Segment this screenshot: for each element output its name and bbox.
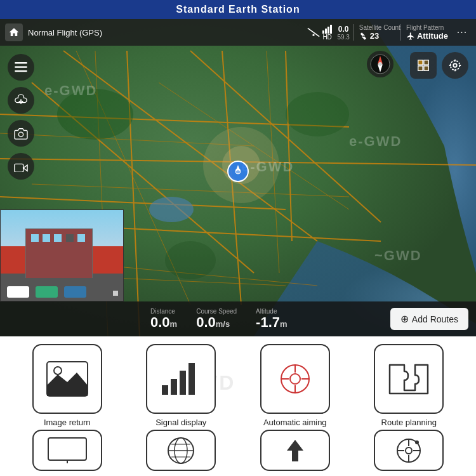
- image-return-icon-box: [32, 344, 102, 414]
- menu-button[interactable]: [8, 54, 34, 81]
- globe-svg: [165, 435, 197, 466]
- video-icon: [14, 161, 28, 172]
- compass-icon: [369, 53, 391, 75]
- map-controls: [410, 52, 468, 79]
- auto-aiming-label: Automatic aiming: [263, 418, 327, 427]
- video-button[interactable]: [8, 153, 34, 180]
- signal-indicators: HD: [307, 25, 332, 41]
- camera-indicator: [113, 291, 118, 296]
- svg-point-44: [54, 367, 62, 374]
- svg-rect-28: [15, 70, 27, 72]
- layer-button[interactable]: [410, 52, 437, 79]
- route-planning-icon-box: [374, 344, 444, 414]
- svg-rect-45: [162, 385, 168, 395]
- feature-screen[interactable]: [13, 430, 122, 471]
- route-planning-label: Route planning: [381, 418, 437, 427]
- svg-rect-35: [418, 60, 423, 65]
- satellite-count: Satellite Count 23: [354, 24, 400, 41]
- feature-auto-aiming[interactable]: Automatic aiming: [241, 344, 350, 427]
- svg-point-39: [453, 63, 457, 67]
- altitude-metric: Altitude -1.7m: [256, 308, 287, 330]
- hd-label: HD: [322, 34, 332, 41]
- svg-rect-30: [15, 164, 23, 172]
- more-icon: ···: [457, 27, 467, 38]
- features-row1-container: G ~GWD Image return: [0, 336, 476, 428]
- feature-arrow-up[interactable]: [241, 430, 350, 471]
- camera-feed: [0, 209, 124, 301]
- route-planning-svg: [380, 355, 437, 403]
- svg-point-24: [165, 241, 216, 279]
- signal-display-icon-box: [146, 344, 216, 414]
- map-section: e-GWD e-GWD ~GWD e-GWD Normal Flight (GP…: [0, 19, 476, 336]
- image-return-label: Image return: [44, 418, 91, 427]
- download-button[interactable]: [8, 87, 34, 114]
- svg-rect-47: [180, 371, 186, 395]
- add-routes-label: Add Routes: [412, 314, 458, 324]
- more-button[interactable]: ···: [453, 23, 471, 41]
- svg-rect-46: [171, 379, 177, 395]
- flight-pattern-icon: [406, 32, 415, 41]
- add-routes-icon: ⊕: [400, 313, 409, 325]
- crosshair2-icon-box: [374, 430, 444, 471]
- feature-route-planning[interactable]: Route planning: [355, 344, 464, 427]
- status-bar: Normal Flight (GPS) HD 0.0 59.3: [0, 19, 476, 46]
- flight-pattern-value: Attitude: [417, 31, 448, 41]
- svg-point-40: [451, 61, 460, 70]
- screen-icon-box: [32, 430, 102, 471]
- svg-rect-55: [48, 438, 86, 460]
- altitude-value: -1.7m: [256, 315, 287, 330]
- svg-rect-38: [424, 66, 428, 70]
- compass: [367, 51, 393, 77]
- add-routes-button[interactable]: ⊕ Add Routes: [390, 308, 468, 330]
- signal-display-svg: [155, 357, 206, 401]
- menu-icon: [15, 62, 27, 72]
- distance-status: 0.0 59.3: [337, 25, 349, 41]
- drone-svg: [227, 160, 249, 183]
- signal-display-label: Signal display: [155, 418, 206, 427]
- locate-icon: [448, 58, 462, 72]
- distance-metric: Distance 0.0m: [150, 308, 177, 330]
- feature-globe[interactable]: [127, 430, 236, 471]
- svg-point-34: [378, 62, 382, 66]
- arrow-up-icon-box: [260, 430, 330, 471]
- feature-image-return[interactable]: Image return: [13, 344, 122, 427]
- flight-mode-label: Normal Flight (GPS): [28, 28, 307, 37]
- screen-svg: [45, 436, 89, 465]
- svg-point-22: [286, 92, 349, 136]
- download-icon: [14, 93, 28, 107]
- watermark-1: e-GWD: [44, 83, 97, 99]
- home-button[interactable]: [5, 23, 23, 41]
- feature-signal-display[interactable]: Signal display: [127, 344, 236, 427]
- crosshair2-svg: [393, 435, 425, 466]
- wifi-icon: [307, 27, 320, 37]
- features-row2: [0, 428, 476, 476]
- camera-building-view: [1, 210, 123, 301]
- svg-rect-26: [15, 62, 27, 63]
- speed-value: 0.0m/s: [196, 315, 237, 330]
- svg-point-64: [406, 447, 412, 454]
- altitude-status-value: 59.3: [337, 34, 349, 41]
- drone-icon: [227, 160, 249, 183]
- distance-status-value: 0.0: [338, 25, 349, 34]
- left-sidebar: [8, 54, 34, 180]
- svg-point-42: [235, 169, 241, 174]
- camera-button[interactable]: [8, 120, 34, 147]
- svg-rect-48: [188, 363, 195, 395]
- distance-value: 0.0m: [150, 315, 177, 330]
- locate-button[interactable]: [442, 52, 468, 79]
- feature-crosshair2[interactable]: [355, 430, 464, 471]
- hd-signal: HD: [322, 25, 332, 41]
- satellite-value: 23: [370, 31, 379, 41]
- flight-pattern: Flight Pattern Attitude: [400, 24, 448, 41]
- features-grid: Image return Signal display: [0, 336, 476, 428]
- layer-icon: [416, 58, 430, 72]
- speed-metric: Course Speed 0.0m/s: [196, 308, 237, 330]
- auto-aiming-icon-box: [260, 344, 330, 414]
- camera-icon: [14, 127, 28, 140]
- svg-point-69: [415, 440, 419, 444]
- features-section: G ~GWD Image return: [0, 336, 476, 476]
- globe-icon-box: [146, 430, 216, 471]
- svg-rect-27: [15, 66, 27, 67]
- satellite-label: Satellite Count: [359, 24, 400, 31]
- image-return-svg: [42, 357, 93, 401]
